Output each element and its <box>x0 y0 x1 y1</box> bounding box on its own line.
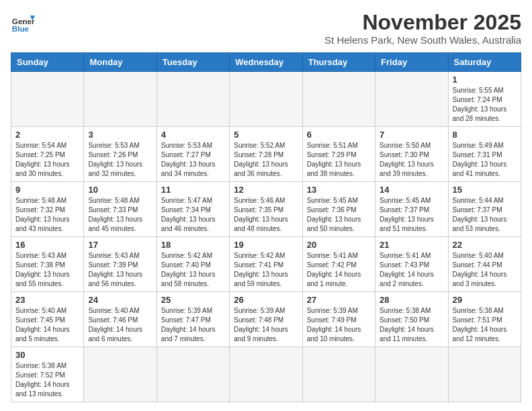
weekday-header-tuesday: Tuesday <box>157 53 229 72</box>
calendar-cell <box>11 72 84 127</box>
week-row-1: 1Sunrise: 5:55 AM Sunset: 7:24 PM Daylig… <box>11 72 521 127</box>
day-number: 7 <box>380 130 443 140</box>
calendar-cell: 12Sunrise: 5:46 AM Sunset: 7:35 PM Dayli… <box>230 182 302 237</box>
day-number: 10 <box>88 185 152 195</box>
calendar-cell: 30Sunrise: 5:38 AM Sunset: 7:52 PM Dayli… <box>11 347 84 402</box>
day-info: Sunrise: 5:38 AM Sunset: 7:52 PM Dayligh… <box>15 361 79 399</box>
calendar-cell <box>230 72 302 127</box>
day-info: Sunrise: 5:50 AM Sunset: 7:30 PM Dayligh… <box>380 141 443 179</box>
day-number: 26 <box>234 295 298 305</box>
day-number: 22 <box>453 240 517 250</box>
week-row-5: 23Sunrise: 5:40 AM Sunset: 7:45 PM Dayli… <box>11 292 521 347</box>
day-number: 19 <box>234 240 298 250</box>
calendar-cell: 21Sunrise: 5:41 AM Sunset: 7:43 PM Dayli… <box>375 237 448 292</box>
week-row-6: 30Sunrise: 5:38 AM Sunset: 7:52 PM Dayli… <box>11 347 521 402</box>
calendar-cell: 9Sunrise: 5:48 AM Sunset: 7:32 PM Daylig… <box>11 182 84 237</box>
calendar-cell: 2Sunrise: 5:54 AM Sunset: 7:25 PM Daylig… <box>11 127 84 182</box>
day-number: 28 <box>380 295 443 305</box>
calendar-cell: 11Sunrise: 5:47 AM Sunset: 7:34 PM Dayli… <box>157 182 229 237</box>
day-info: Sunrise: 5:39 AM Sunset: 7:48 PM Dayligh… <box>234 306 298 344</box>
week-row-4: 16Sunrise: 5:43 AM Sunset: 7:38 PM Dayli… <box>11 237 521 292</box>
title-block: November 2025 St Helens Park, New South … <box>324 11 521 46</box>
calendar-cell <box>157 72 229 127</box>
week-row-3: 9Sunrise: 5:48 AM Sunset: 7:32 PM Daylig… <box>11 182 521 237</box>
calendar-cell: 28Sunrise: 5:38 AM Sunset: 7:50 PM Dayli… <box>375 292 448 347</box>
day-number: 9 <box>15 185 79 195</box>
weekday-header-row: SundayMondayTuesdayWednesdayThursdayFrid… <box>11 53 521 72</box>
calendar-cell: 5Sunrise: 5:52 AM Sunset: 7:28 PM Daylig… <box>230 127 302 182</box>
page-header: General Blue November 2025 St Helens Par… <box>11 11 521 46</box>
day-info: Sunrise: 5:52 AM Sunset: 7:28 PM Dayligh… <box>234 141 298 179</box>
day-number: 2 <box>15 130 79 140</box>
day-info: Sunrise: 5:39 AM Sunset: 7:47 PM Dayligh… <box>161 306 225 344</box>
weekday-header-friday: Friday <box>375 53 448 72</box>
day-info: Sunrise: 5:39 AM Sunset: 7:49 PM Dayligh… <box>307 306 371 344</box>
day-info: Sunrise: 5:43 AM Sunset: 7:38 PM Dayligh… <box>15 251 79 289</box>
day-number: 18 <box>161 240 225 250</box>
calendar-cell: 27Sunrise: 5:39 AM Sunset: 7:49 PM Dayli… <box>302 292 375 347</box>
weekday-header-saturday: Saturday <box>448 53 521 72</box>
day-number: 11 <box>161 185 225 195</box>
day-number: 29 <box>453 295 517 305</box>
day-info: Sunrise: 5:41 AM Sunset: 7:43 PM Dayligh… <box>380 251 443 289</box>
day-info: Sunrise: 5:53 AM Sunset: 7:27 PM Dayligh… <box>161 141 225 179</box>
day-info: Sunrise: 5:45 AM Sunset: 7:37 PM Dayligh… <box>380 196 443 234</box>
calendar-cell: 7Sunrise: 5:50 AM Sunset: 7:30 PM Daylig… <box>375 127 448 182</box>
day-info: Sunrise: 5:43 AM Sunset: 7:39 PM Dayligh… <box>88 251 152 289</box>
day-info: Sunrise: 5:46 AM Sunset: 7:35 PM Dayligh… <box>234 196 298 234</box>
calendar-cell: 18Sunrise: 5:42 AM Sunset: 7:40 PM Dayli… <box>157 237 229 292</box>
calendar-cell: 17Sunrise: 5:43 AM Sunset: 7:39 PM Dayli… <box>84 237 157 292</box>
calendar-cell: 10Sunrise: 5:48 AM Sunset: 7:33 PM Dayli… <box>84 182 157 237</box>
day-info: Sunrise: 5:38 AM Sunset: 7:51 PM Dayligh… <box>453 306 517 344</box>
calendar-cell: 29Sunrise: 5:38 AM Sunset: 7:51 PM Dayli… <box>448 292 521 347</box>
calendar-cell <box>302 72 375 127</box>
day-info: Sunrise: 5:38 AM Sunset: 7:50 PM Dayligh… <box>380 306 443 344</box>
month-title: November 2025 <box>324 11 521 34</box>
calendar-cell: 8Sunrise: 5:49 AM Sunset: 7:31 PM Daylig… <box>448 127 521 182</box>
calendar-cell: 6Sunrise: 5:51 AM Sunset: 7:29 PM Daylig… <box>302 127 375 182</box>
location: St Helens Park, New South Wales, Austral… <box>324 34 521 46</box>
day-info: Sunrise: 5:54 AM Sunset: 7:25 PM Dayligh… <box>15 141 79 179</box>
calendar-cell <box>84 72 157 127</box>
weekday-header-thursday: Thursday <box>302 53 375 72</box>
calendar-cell <box>448 347 521 402</box>
day-number: 6 <box>307 130 371 140</box>
day-number: 15 <box>453 185 517 195</box>
calendar-cell: 14Sunrise: 5:45 AM Sunset: 7:37 PM Dayli… <box>375 182 448 237</box>
day-number: 12 <box>234 185 298 195</box>
day-info: Sunrise: 5:42 AM Sunset: 7:40 PM Dayligh… <box>161 251 225 289</box>
day-info: Sunrise: 5:40 AM Sunset: 7:46 PM Dayligh… <box>88 306 152 344</box>
calendar-cell <box>157 347 229 402</box>
day-info: Sunrise: 5:48 AM Sunset: 7:33 PM Dayligh… <box>88 196 152 234</box>
day-number: 30 <box>15 350 79 360</box>
day-info: Sunrise: 5:47 AM Sunset: 7:34 PM Dayligh… <box>161 196 225 234</box>
logo-icon: General Blue <box>11 11 35 35</box>
calendar-cell: 24Sunrise: 5:40 AM Sunset: 7:46 PM Dayli… <box>84 292 157 347</box>
calendar-cell: 26Sunrise: 5:39 AM Sunset: 7:48 PM Dayli… <box>230 292 302 347</box>
calendar-table: SundayMondayTuesdayWednesdayThursdayFrid… <box>11 52 521 402</box>
weekday-header-wednesday: Wednesday <box>230 53 302 72</box>
day-number: 1 <box>453 75 517 85</box>
day-number: 16 <box>15 240 79 250</box>
day-number: 8 <box>453 130 517 140</box>
calendar-cell: 20Sunrise: 5:41 AM Sunset: 7:42 PM Dayli… <box>302 237 375 292</box>
calendar-cell <box>375 347 448 402</box>
calendar-cell: 3Sunrise: 5:53 AM Sunset: 7:26 PM Daylig… <box>84 127 157 182</box>
calendar-cell <box>84 347 157 402</box>
day-number: 23 <box>15 295 79 305</box>
calendar-cell: 16Sunrise: 5:43 AM Sunset: 7:38 PM Dayli… <box>11 237 84 292</box>
weekday-header-sunday: Sunday <box>11 53 84 72</box>
day-info: Sunrise: 5:42 AM Sunset: 7:41 PM Dayligh… <box>234 251 298 289</box>
day-info: Sunrise: 5:44 AM Sunset: 7:37 PM Dayligh… <box>453 196 517 234</box>
day-info: Sunrise: 5:41 AM Sunset: 7:42 PM Dayligh… <box>307 251 371 289</box>
calendar-cell <box>230 347 302 402</box>
day-number: 17 <box>88 240 152 250</box>
day-info: Sunrise: 5:40 AM Sunset: 7:44 PM Dayligh… <box>453 251 517 289</box>
day-info: Sunrise: 5:49 AM Sunset: 7:31 PM Dayligh… <box>453 141 517 179</box>
calendar-cell: 13Sunrise: 5:45 AM Sunset: 7:36 PM Dayli… <box>302 182 375 237</box>
day-info: Sunrise: 5:55 AM Sunset: 7:24 PM Dayligh… <box>453 86 517 124</box>
svg-text:Blue: Blue <box>12 24 30 33</box>
weekday-header-monday: Monday <box>84 53 157 72</box>
day-info: Sunrise: 5:48 AM Sunset: 7:32 PM Dayligh… <box>15 196 79 234</box>
calendar-cell <box>375 72 448 127</box>
